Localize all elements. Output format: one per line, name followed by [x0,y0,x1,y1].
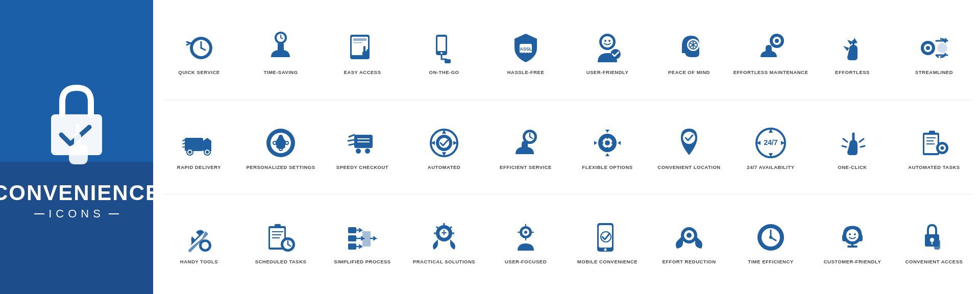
convenient-access-label: CONVENIENT ACCESS [905,259,963,264]
svg-line-117 [450,227,452,228]
customer-friendly-label: CUSTOMER-FRIENDLY [824,259,881,264]
pin-check-icon [671,125,707,161]
speedy-checkout-label: SPEEDY CHECKOUT [336,164,388,170]
quick-service-label: QUICK SERVICE [178,69,219,75]
icon-automated-tasks: AUTOMATED TASKS [895,125,974,170]
hands-gear-icon [671,219,707,256]
user-smile-icon [589,30,626,66]
svg-line-116 [436,227,438,228]
svg-rect-100 [275,224,281,228]
icon-flexible-options: FLEXIBLE OPTIONS [568,125,647,170]
svg-point-17 [440,52,443,54]
icon-easy-access: EASY ACCESS [323,30,402,75]
icon-mobile-convenience: MOBILE CONVENIENCE [568,219,647,264]
svg-point-64 [365,149,370,154]
svg-point-139 [769,236,772,239]
icon-handy-tools: HANDY TOOLS [160,219,239,264]
svg-point-39 [937,43,947,53]
svg-rect-18 [445,59,451,63]
efficient-service-label: EFFICIENT SERVICE [500,164,552,170]
icon-user-friendly: USER-FRIENDLY [568,30,647,75]
icon-quick-service: QUICK SERVICE [160,30,239,75]
svg-point-58 [286,142,288,144]
effortless-label: EFFORTLESS [835,69,870,75]
svg-line-84 [860,139,864,142]
brand-subtitle: ICONS [34,207,119,220]
svg-point-38 [926,46,930,50]
svg-text:FREE: FREE [520,52,531,56]
icon-effortless-maintenance: EFFORTLESS MAINTENANCE [731,30,811,75]
icon-automated: AUTOMATED [405,125,484,170]
personalized-settings-label: PERSONALIZED SETTINGS [246,164,315,170]
icon-personalized-settings: PERSONALIZED SETTINGS [241,125,321,170]
svg-point-145 [854,233,856,235]
clock-speed-icon [181,30,217,66]
hand-gear-icon [752,30,789,66]
convenient-location-label: CONVENIENT LOCATION [657,164,720,170]
hassle-free-label: HASSLE-FREE [507,69,545,75]
svg-text:24/7: 24/7 [764,138,777,146]
headset-smile-icon [834,219,871,256]
icon-practical-solutions: PRACTICAL SOLUTIONS [405,219,484,264]
hands-bulb-icon [426,219,462,256]
svg-text:HASSLE: HASSLE [517,46,535,52]
svg-rect-89 [929,131,935,135]
user-target-icon [507,219,544,256]
icon-simplified-process: SIMPLIFIED PROCESS [323,219,402,264]
lock-icon-container [36,74,117,176]
practical-solutions-label: PRACTICAL SOLUTIONS [413,259,475,264]
gear-person-icon [262,125,299,161]
svg-rect-109 [348,235,356,241]
rapid-delivery-label: RAPID DELIVERY [177,164,221,170]
cart-speed-icon [344,125,381,161]
one-click-label: ONE-CLICK [838,164,867,170]
svg-line-85 [842,146,846,147]
icon-scheduled-tasks: SCHEDULED TASKS [241,219,321,264]
svg-point-23 [602,36,613,47]
truck-speed-icon [181,125,217,161]
left-panel: CONVENIENCE ICONS [0,0,153,294]
svg-point-63 [356,149,361,154]
automated-label: AUTOMATED [428,164,460,170]
phone-check-icon [589,219,626,256]
screen-touch-icon [344,30,381,66]
svg-point-95 [941,146,944,150]
icon-on-the-go: ON-THE-GO [405,30,484,75]
svg-point-74 [605,140,610,145]
gear-cycle-icon [426,125,462,161]
icon-peace-of-mind: PEACE OF MIND [650,30,729,75]
effort-reduction-label: EFFORT REDUCTION [662,259,716,264]
svg-point-44 [206,151,209,154]
svg-point-123 [524,231,527,234]
wrench-hammer-icon [181,219,217,256]
svg-point-42 [188,151,191,154]
svg-point-143 [846,229,859,241]
finger-snap-icon [834,30,871,66]
svg-point-134 [687,233,692,238]
svg-point-130 [604,249,607,251]
svg-point-57 [274,142,276,144]
flexible-options-label: FLEXIBLE OPTIONS [582,164,632,170]
brand-title: CONVENIENCE [0,181,161,205]
time-saving-label: TIME-SAVING [263,69,298,75]
clock-247-icon: 24/7 [752,125,789,161]
head-peace-icon [671,30,707,66]
handy-tools-label: HANDY TOOLS [180,259,218,264]
icon-effortless: EFFORTLESS [813,30,892,75]
icon-convenient-access: CONVENIENT ACCESS [895,219,974,264]
user-friendly-label: USER-FRIENDLY [586,69,629,75]
hand-clock-icon [262,30,299,66]
svg-rect-111 [362,231,371,247]
easy-access-label: EASY ACCESS [344,69,381,75]
icon-hassle-free: HASSLEFREE HASSLE-FREE [486,30,566,75]
icon-time-saving: TIME-SAVING [241,30,321,75]
svg-rect-142 [859,234,863,241]
user-focused-label: USER-FOCUSED [505,259,547,264]
mobile-convenience-label: MOBILE CONVENIENCE [577,259,638,264]
icons-row-1: QUICK SERVICE TIME-SAVING EASY ACCESS ON… [158,8,975,97]
svg-line-83 [843,139,847,142]
svg-point-149 [930,238,934,242]
svg-rect-110 [348,243,356,250]
lock-finger-icon [916,219,952,256]
svg-point-34 [775,39,779,43]
